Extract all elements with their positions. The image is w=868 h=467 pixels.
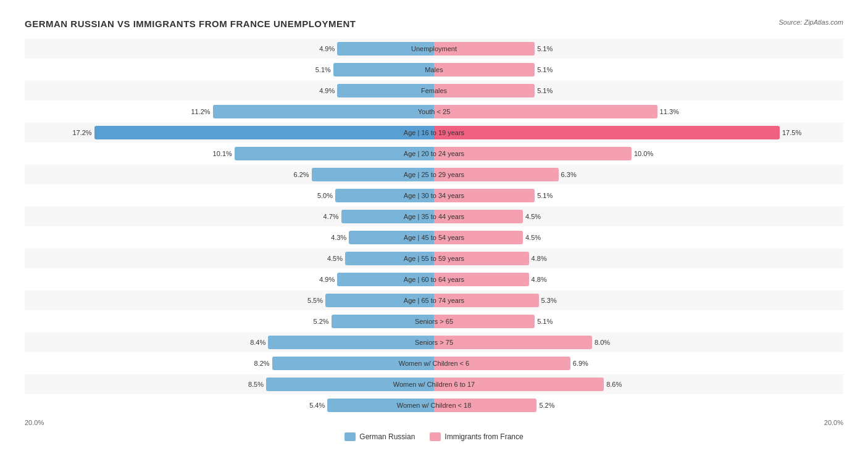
legend-item-right: Immigrants from France [430,432,523,441]
bar-row: 5.5%Age | 65 to 74 years5.3% [25,291,843,310]
bar-row: 8.2%Women w/ Children < 66.9% [25,353,843,373]
bar-row: 17.2%Age | 16 to 19 years17.5% [25,123,843,143]
bar-row: 10.1%Age | 20 to 24 years10.0% [25,144,843,163]
bar-value-right: 4.5% [523,213,541,220]
bar-value-left: 5.1% [315,66,333,73]
bar-value-right: 5.1% [535,192,553,199]
chart-body: 4.9%Unemployment5.1%5.1%Males5.1%4.9%Fem… [25,39,843,415]
legend: German Russian Immigrants from France [25,432,843,441]
bar-value-right: 5.3% [539,297,557,304]
bar-row: 4.5%Age | 55 to 59 years4.8% [25,249,843,268]
bar-value-left: 5.2% [314,318,332,325]
bar-value-left: 11.2% [191,108,212,115]
bar-value-right: 4.8% [529,276,547,283]
bar-row: 4.9%Age | 60 to 64 years4.8% [25,270,843,289]
bar-value-left: 5.0% [317,192,335,199]
bar-value-left: 4.5% [327,255,345,262]
bar-row: 11.2%Youth < 2511.3% [25,102,843,122]
bar-value-right: 5.1% [535,45,553,52]
bar-value-left: 4.9% [319,45,337,52]
bar-value-right: 5.1% [535,87,553,94]
axis-right-label: 20.0% [824,419,843,426]
bar-row: 5.1%Males5.1% [25,60,843,80]
chart-container: GERMAN RUSSIAN VS IMMIGRANTS FROM FRANCE… [12,12,856,453]
bar-row: 4.9%Females5.1% [25,81,843,101]
bar-row: 8.4%Seniors > 758.0% [25,333,843,352]
bar-value-right: 6.3% [559,171,577,178]
legend-color-right [430,432,441,441]
bar-value-right: 8.6% [604,381,622,388]
bar-value-left: 4.7% [323,213,341,220]
bar-value-right: 6.9% [570,360,588,367]
bar-value-left: 4.3% [331,234,349,241]
bar-row: 8.5%Women w/ Children 6 to 178.6% [25,374,843,394]
bar-row: 4.9%Unemployment5.1% [25,39,843,59]
bar-value-left: 10.1% [213,150,235,157]
bar-value-right: 10.0% [632,150,653,157]
bar-value-left: 4.9% [319,87,337,94]
bar-value-left: 4.9% [319,276,337,283]
axis-left: 20.0% [25,419,434,426]
axis-row: 20.0% 20.0% [25,419,843,426]
bar-value-right: 4.8% [529,255,547,262]
bar-value-left: 8.4% [250,339,268,346]
bar-value-left: 17.2% [72,129,94,136]
bar-value-left: 8.2% [254,360,272,367]
legend-color-left [344,432,356,441]
legend-item-left: German Russian [344,432,415,441]
legend-label-left: German Russian [359,432,415,441]
bar-value-left: 8.5% [248,381,266,388]
chart-header: GERMAN RUSSIAN VS IMMIGRANTS FROM FRANCE… [25,19,843,29]
axis-right: 20.0% [434,419,843,426]
bar-row: 5.4%Women w/ Children < 185.2% [25,395,843,415]
bar-value-right: 4.5% [523,234,541,241]
chart-title: GERMAN RUSSIAN VS IMMIGRANTS FROM FRANCE… [25,19,356,29]
bar-value-right: 17.5% [780,129,801,136]
bar-value-right: 8.0% [592,339,610,346]
bar-value-left: 5.4% [309,402,327,409]
bar-value-right: 5.1% [535,66,553,73]
bar-value-left: 5.5% [307,297,325,304]
bar-value-left: 6.2% [294,171,312,178]
legend-label-right: Immigrants from France [444,432,523,441]
bar-value-right: 11.3% [657,108,679,115]
bar-row: 4.3%Age | 45 to 54 years4.5% [25,228,843,247]
bar-row: 5.2%Seniors > 655.1% [25,312,843,331]
bar-value-right: 5.1% [535,318,553,325]
bar-row: 4.7%Age | 35 to 44 years4.5% [25,207,843,226]
bar-row: 6.2%Age | 25 to 29 years6.3% [25,165,843,184]
axis-left-label: 20.0% [25,419,44,426]
bar-value-right: 5.2% [536,402,554,409]
chart-source: Source: ZipAtlas.com [778,19,843,26]
bar-row: 5.0%Age | 30 to 34 years5.1% [25,186,843,205]
